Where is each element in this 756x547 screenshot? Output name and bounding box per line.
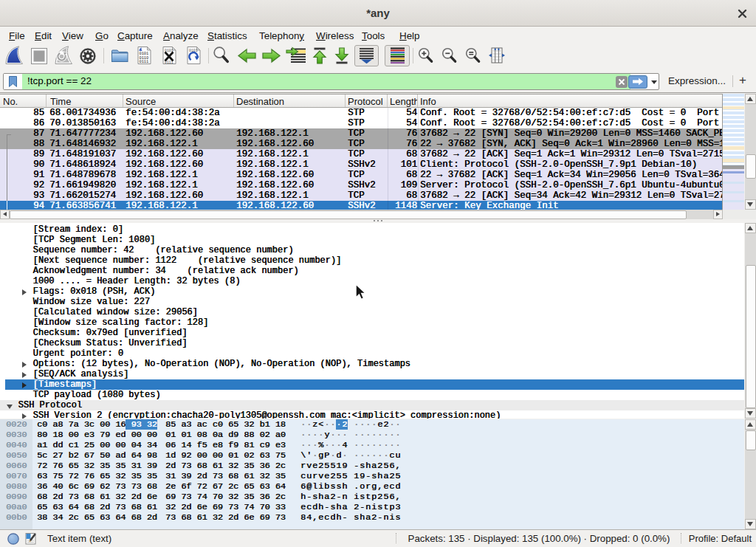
svg-text:0111: 0111 bbox=[139, 60, 148, 64]
